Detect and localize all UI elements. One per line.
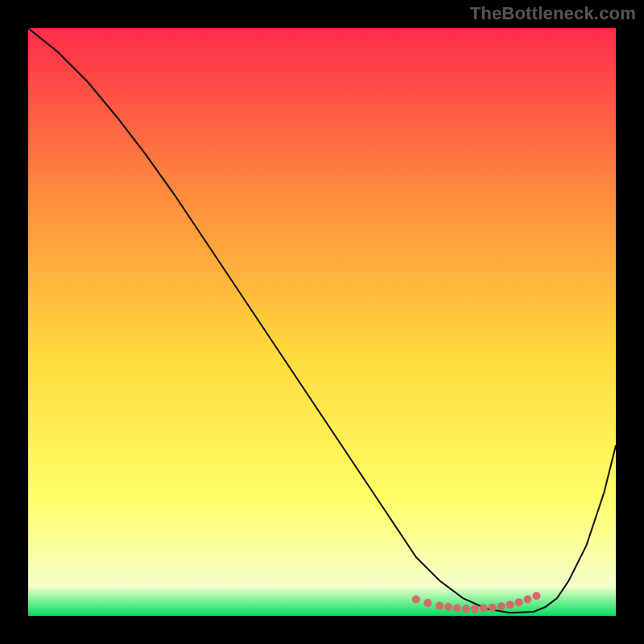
plot-frame <box>28 28 616 616</box>
optimal-point <box>506 601 514 609</box>
optimal-point <box>489 604 497 612</box>
optimal-point <box>423 599 431 607</box>
optimal-point <box>444 603 452 611</box>
optimal-point <box>436 602 444 610</box>
optimal-point <box>480 605 488 613</box>
chart-container: TheBottleneck.com <box>0 0 644 644</box>
optimal-point <box>497 602 506 610</box>
optimal-point <box>453 605 461 613</box>
plot-svg <box>28 28 616 616</box>
watermark-label: TheBottleneck.com <box>470 3 636 24</box>
optimal-point <box>532 592 540 600</box>
optimal-point <box>412 596 420 604</box>
optimal-point <box>524 596 532 604</box>
optimal-point <box>462 605 470 613</box>
optimal-point <box>471 605 479 613</box>
optimal-point <box>515 598 523 606</box>
